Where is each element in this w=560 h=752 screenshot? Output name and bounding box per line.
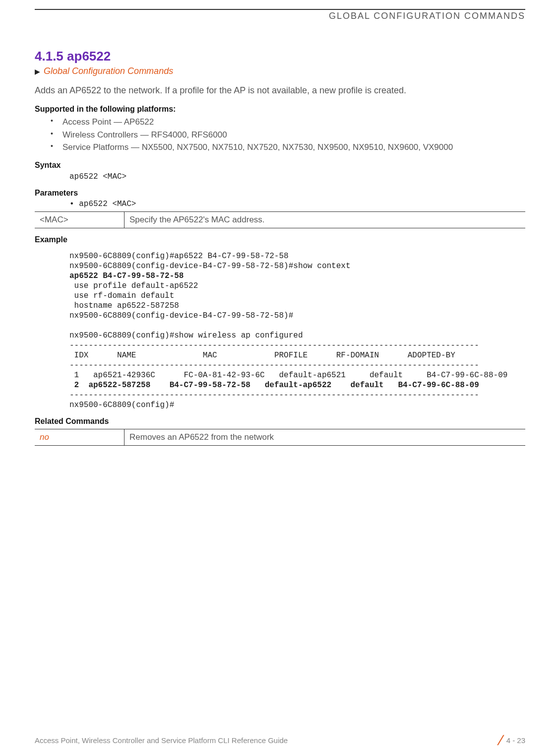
example-heading: Example [35,235,525,244]
section-title: 4.1.5 ap6522 [35,49,525,64]
syntax-code: ap6522 <MAC> [69,172,525,182]
page-number: 4 - 23 [506,736,525,745]
arrow-icon: ▶ [35,68,40,75]
syntax-heading: Syntax [35,161,525,170]
supported-list: Access Point — AP6522 Wireless Controlle… [35,116,525,154]
table-row: <MAC> Specify the AP6522's MAC address. [35,211,525,228]
list-item: Service Platforms — NX5500, NX7500, NX75… [54,141,525,154]
param-key: <MAC> [35,211,124,228]
list-item: Access Point — AP6522 [54,116,525,129]
param-desc: Specify the AP6522's MAC address. [124,211,526,228]
footer-page: / 4 - 23 [498,735,525,746]
breadcrumb-text: Global Configuration Commands [44,66,173,76]
table-row: no Removes an AP6522 from the network [35,429,525,445]
parameters-heading: Parameters [35,189,525,198]
related-cmd[interactable]: no [35,429,124,445]
list-item: Wireless Controllers — RFS4000, RFS6000 [54,129,525,141]
related-table: no Removes an AP6522 from the network [35,429,525,446]
parameters-bullet: • ap6522 <MAC> [69,200,525,208]
footer-guide: Access Point, Wireless Controller and Se… [35,736,288,745]
example-code: nx9500-6C8809(config)#ap6522 B4-C7-99-58… [69,251,525,410]
related-desc: Removes an AP6522 from the network [124,429,526,445]
parameters-table: <MAC> Specify the AP6522's MAC address. [35,211,525,228]
chapter-title: GLOBAL CONFIGURATION COMMANDS [329,11,525,21]
breadcrumb-link[interactable]: ▶ Global Configuration Commands [35,66,525,76]
chapter-header: GLOBAL CONFIGURATION COMMANDS [35,9,525,21]
slash-icon: / [497,735,504,746]
page-footer: Access Point, Wireless Controller and Se… [35,735,525,746]
intro-text: Adds an AP6522 to the network. If a prof… [35,85,525,96]
supported-heading: Supported in the following platforms: [35,105,525,114]
related-heading: Related Commands [35,417,525,426]
